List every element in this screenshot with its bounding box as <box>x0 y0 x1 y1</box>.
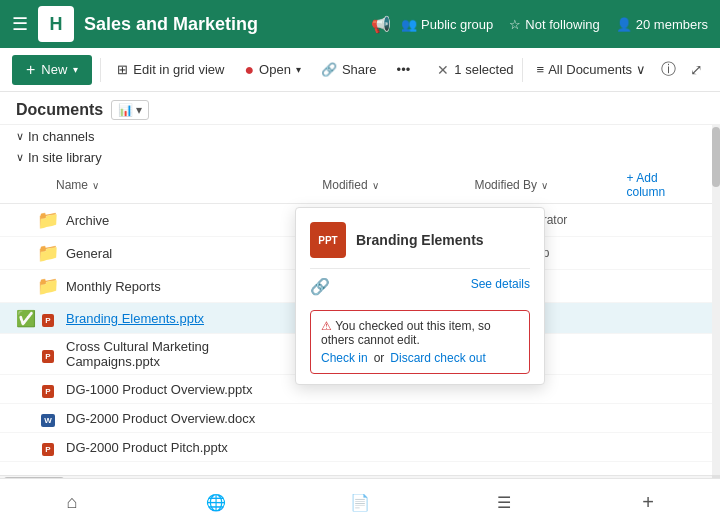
hamburger-menu-icon[interactable]: ☰ <box>12 13 28 35</box>
pptx-icon: P <box>36 345 60 363</box>
file-name: DG-2000 Product Pitch.pptx <box>66 440 306 455</box>
public-group-label: Public group <box>421 17 493 32</box>
share-icon: 🔗 <box>321 62 337 77</box>
or-separator: or <box>374 351 385 365</box>
bottom-nav-globe[interactable]: 🌐 <box>144 479 288 526</box>
pptx-icon: P <box>36 309 60 327</box>
pptx-icon: P <box>36 380 60 398</box>
open-button[interactable]: ● Open ▾ <box>236 56 308 84</box>
bottom-nav-plus[interactable]: + <box>576 479 720 526</box>
open-icon: ● <box>244 61 254 79</box>
info-button[interactable]: ⓘ <box>656 55 681 84</box>
all-documents-button[interactable]: ≡ All Documents ∨ <box>531 58 652 81</box>
name-label: Name <box>56 178 88 192</box>
edit-grid-icon: ⊞ <box>117 62 128 77</box>
modified-by-column-header[interactable]: Modified By ∨ <box>474 178 626 192</box>
members-icon: 👤 <box>616 17 632 32</box>
separator <box>100 58 101 82</box>
share-button[interactable]: 🔗 Share <box>313 57 385 82</box>
table-row[interactable]: P DG-2000 Product Pitch.pptx <box>0 433 712 462</box>
add-column-header[interactable]: + Add column <box>627 171 696 199</box>
column-headers: Name ∨ Modified ∨ Modified By ∨ + Add co… <box>0 167 712 204</box>
checkout-checkmark: ✅ <box>16 310 36 327</box>
folder-icon: 📁 <box>36 242 60 264</box>
selected-badge: ✕ 1 selected <box>437 62 513 78</box>
expand-button[interactable]: ⤢ <box>685 56 708 84</box>
open-label: Open <box>259 62 291 77</box>
view-toggle[interactable]: 📊 ▾ <box>111 100 149 120</box>
popup-share-icon[interactable]: 🔗 <box>310 277 471 296</box>
modified-label: Modified <box>322 178 367 192</box>
scrollbar-thumb[interactable] <box>712 127 720 187</box>
bottom-nav-home[interactable]: ⌂ <box>0 479 144 526</box>
popup-file-icon: PPT <box>310 222 346 258</box>
plus-icon: + <box>26 61 35 79</box>
warning-message: You checked out this item, so others can… <box>321 319 491 347</box>
discard-checkout-link[interactable]: Discard check out <box>390 351 485 365</box>
public-group[interactable]: 👥 Public group <box>401 17 493 32</box>
check-in-link[interactable]: Check in <box>321 351 368 365</box>
view-icon: 📊 <box>118 103 133 117</box>
file-name: DG-1000 Product Overview.pptx <box>66 382 306 397</box>
bottom-nav-activity[interactable]: ☰ <box>432 479 576 526</box>
list-icon: ≡ <box>537 62 545 77</box>
new-label: New <box>41 62 67 77</box>
popup-file-type: PPT <box>318 235 337 246</box>
in-site-library-section[interactable]: ∨ In site library <box>0 146 712 167</box>
members-label: 20 members <box>636 17 708 32</box>
in-channels-section[interactable]: ∨ In channels <box>0 125 712 146</box>
not-following-label: Not following <box>525 17 599 32</box>
site-title: Sales and Marketing <box>84 14 361 35</box>
view-chevron: ▾ <box>136 103 142 117</box>
members[interactable]: 👤 20 members <box>616 17 708 32</box>
file-checkbox[interactable]: ✅ <box>16 309 36 328</box>
docx-icon: W <box>36 409 60 427</box>
selected-count: 1 selected <box>454 62 513 77</box>
documents-title: Documents <box>16 101 103 119</box>
file-name: General <box>66 246 306 261</box>
file-name: Archive <box>66 213 306 228</box>
chevron-icon2: ∨ <box>16 151 24 164</box>
modified-by-label: Modified By <box>474 178 537 192</box>
globe-icon: 🌐 <box>206 493 226 512</box>
toolbar: + New ▾ ⊞ Edit in grid view ● Open ▾ 🔗 S… <box>0 48 720 92</box>
see-details-link[interactable]: See details <box>471 277 530 296</box>
popup-header: PPT Branding Elements <box>296 208 544 268</box>
checkout-warning: ⚠ You checked out this item, so others c… <box>310 310 530 374</box>
pptx-icon: P <box>36 438 60 456</box>
name-sort-icon: ∨ <box>92 180 99 191</box>
open-dropdown-icon: ▾ <box>296 64 301 75</box>
table-row[interactable]: W DG-2000 Product Overview.docx <box>0 404 712 433</box>
all-docs-label: All Documents <box>548 62 632 77</box>
app-icon: H <box>38 6 74 42</box>
modified-sort-icon: ∨ <box>372 180 379 191</box>
bottom-nav-doc[interactable]: 📄 <box>288 479 432 526</box>
file-name: Monthly Reports <box>66 279 306 294</box>
close-selection-icon[interactable]: ✕ <box>437 62 449 78</box>
scrollbar-track[interactable] <box>712 125 720 475</box>
header-actions: 👥 Public group ☆ Not following 👤 20 memb… <box>401 17 708 32</box>
warning-text: ⚠ You checked out this item, so others c… <box>321 319 519 347</box>
edit-grid-label: Edit in grid view <box>133 62 224 77</box>
more-button[interactable]: ••• <box>389 57 419 82</box>
dropdown-arrow: ▾ <box>73 64 78 75</box>
home-icon: ⌂ <box>67 492 78 513</box>
in-channels-label: In channels <box>28 129 95 144</box>
megaphone-icon[interactable]: 📢 <box>371 15 391 34</box>
app-initial: H <box>50 14 63 35</box>
separator2 <box>522 58 523 82</box>
share-label: Share <box>342 62 377 77</box>
star-icon: ☆ <box>509 17 521 32</box>
edit-grid-button[interactable]: ⊞ Edit in grid view <box>109 57 232 82</box>
modified-column-header[interactable]: Modified ∨ <box>322 178 474 192</box>
popup-actions: 🔗 See details <box>296 269 544 304</box>
popup-filename: Branding Elements <box>356 232 484 248</box>
not-following[interactable]: ☆ Not following <box>509 17 599 32</box>
file-name[interactable]: Branding Elements.pptx <box>66 311 306 326</box>
chevron-icon: ∨ <box>16 130 24 143</box>
name-column-header[interactable]: Name ∨ <box>56 178 322 192</box>
public-group-icon: 👥 <box>401 17 417 32</box>
new-button[interactable]: + New ▾ <box>12 55 92 85</box>
modified-by-sort-icon: ∨ <box>541 180 548 191</box>
file-name: DG-2000 Product Overview.docx <box>66 411 306 426</box>
